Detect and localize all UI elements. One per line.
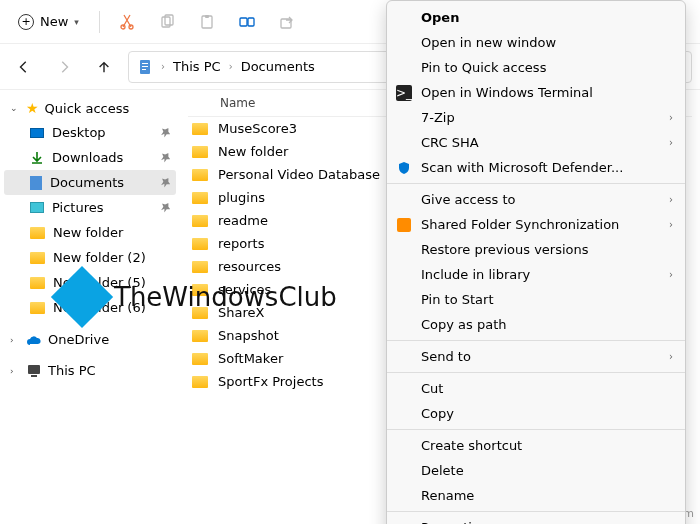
this-pc-header[interactable]: › This PC	[4, 359, 176, 382]
plus-icon: +	[18, 14, 34, 30]
sidebar-item-documents[interactable]: Documents	[4, 170, 176, 195]
this-pc-label: This PC	[48, 363, 96, 378]
folder-name: Snapshot	[218, 328, 279, 343]
context-menu-item-scan-with-microsoft-defender[interactable]: Scan with Microsoft Defender...	[387, 155, 685, 180]
sync-icon	[396, 217, 412, 233]
folder-name: Personal Video Database	[218, 167, 380, 182]
folder-name: readme	[218, 213, 268, 228]
context-menu-item-open-in-windows-terminal[interactable]: >_Open in Windows Terminal	[387, 80, 685, 105]
context-menu-item-label: Scan with Microsoft Defender...	[421, 160, 623, 175]
context-menu-item-crc-sha[interactable]: CRC SHA›	[387, 130, 685, 155]
context-menu-item-send-to[interactable]: Send to›	[387, 344, 685, 369]
context-menu-item-create-shortcut[interactable]: Create shortcut	[387, 433, 685, 458]
folder-name: SportFx Projects	[218, 374, 323, 389]
star-icon: ★	[26, 100, 39, 116]
sidebar-item-new-folder[interactable]: New folder	[4, 220, 176, 245]
context-menu-item-include-in-library[interactable]: Include in library›	[387, 262, 685, 287]
context-menu-item-cut[interactable]: Cut	[387, 376, 685, 401]
download-icon	[30, 151, 44, 165]
context-menu-item-7-zip[interactable]: 7-Zip›	[387, 105, 685, 130]
terminal-icon: >_	[396, 85, 412, 101]
sidebar-item-desktop[interactable]: Desktop	[4, 120, 176, 145]
context-menu-separator	[387, 511, 685, 512]
context-menu-item-copy[interactable]: Copy	[387, 401, 685, 426]
context-menu-separator	[387, 340, 685, 341]
chevron-icon: ›	[161, 61, 165, 72]
context-menu-item-shared-folder-synchronization[interactable]: Shared Folder Synchronization›	[387, 212, 685, 237]
context-menu-item-label: CRC SHA	[421, 135, 479, 150]
context-menu-item-label: Properties	[421, 520, 487, 524]
context-menu-item-label: Open	[421, 10, 459, 25]
svg-rect-5	[205, 15, 209, 18]
context-menu-item-pin-to-quick-access[interactable]: Pin to Quick access	[387, 55, 685, 80]
pc-icon	[26, 364, 42, 378]
sidebar-item-label: Desktop	[52, 125, 106, 140]
folder-icon	[30, 227, 45, 239]
context-menu-item-copy-as-path[interactable]: Copy as path	[387, 312, 685, 337]
svg-rect-12	[142, 69, 146, 70]
context-menu-item-open-in-new-window[interactable]: Open in new window	[387, 30, 685, 55]
context-menu-item-give-access-to[interactable]: Give access to›	[387, 187, 685, 212]
chevron-right-icon: ›	[10, 335, 20, 345]
pin-icon	[157, 124, 173, 141]
folder-name: services	[218, 282, 271, 297]
share-icon	[270, 5, 304, 39]
sidebar-item-label: New folder	[53, 225, 123, 240]
back-button[interactable]	[8, 51, 40, 83]
context-menu-item-label: Shared Folder Synchronization	[421, 217, 619, 232]
pin-icon	[157, 199, 173, 216]
context-menu-item-rename[interactable]: Rename	[387, 483, 685, 508]
folder-icon	[192, 307, 208, 319]
sidebar-item-new-folder-5-[interactable]: New folder (5)	[4, 270, 176, 295]
quick-access-header[interactable]: ⌄ ★ Quick access	[4, 96, 176, 120]
context-menu-item-pin-to-start[interactable]: Pin to Start	[387, 287, 685, 312]
folder-icon	[192, 330, 208, 342]
breadcrumb-segment[interactable]: This PC	[173, 59, 221, 74]
submenu-arrow-icon: ›	[669, 269, 673, 280]
context-menu-item-restore-previous-versions[interactable]: Restore previous versions	[387, 237, 685, 262]
sidebar-item-pictures[interactable]: Pictures	[4, 195, 176, 220]
context-menu-item-open[interactable]: Open	[387, 5, 685, 30]
context-menu-item-label: Restore previous versions	[421, 242, 589, 257]
folder-name: plugins	[218, 190, 265, 205]
cut-icon[interactable]	[110, 5, 144, 39]
folder-icon	[30, 277, 45, 289]
onedrive-header[interactable]: › OneDrive	[4, 328, 176, 351]
document-icon	[137, 59, 153, 75]
chevron-right-icon: ›	[10, 366, 20, 376]
pin-icon	[157, 174, 173, 191]
context-menu-item-label: Delete	[421, 463, 464, 478]
sidebar-item-label: Documents	[50, 175, 124, 190]
svg-rect-11	[142, 66, 148, 67]
submenu-arrow-icon: ›	[669, 194, 673, 205]
context-menu-item-label: Copy as path	[421, 317, 507, 332]
chevron-down-icon: ⌄	[10, 103, 20, 113]
sidebar-item-new-folder-6-[interactable]: New folder (6)	[4, 295, 176, 320]
context-menu-separator	[387, 429, 685, 430]
context-menu-item-delete[interactable]: Delete	[387, 458, 685, 483]
paste-icon	[190, 5, 224, 39]
shield-icon	[396, 160, 412, 176]
sidebar-item-new-folder-2-[interactable]: New folder (2)	[4, 245, 176, 270]
sidebar-item-downloads[interactable]: Downloads	[4, 145, 176, 170]
submenu-arrow-icon: ›	[669, 112, 673, 123]
context-menu-item-properties[interactable]: Properties	[387, 515, 685, 524]
pictures-icon	[30, 202, 44, 213]
folder-icon	[192, 169, 208, 181]
folder-icon	[192, 353, 208, 365]
svg-rect-7	[248, 18, 254, 26]
breadcrumb-segment[interactable]: Documents	[241, 59, 315, 74]
new-button[interactable]: + New ▾	[8, 10, 89, 34]
submenu-arrow-icon: ›	[669, 351, 673, 362]
rename-icon[interactable]	[230, 5, 264, 39]
context-menu-item-label: Pin to Quick access	[421, 60, 546, 75]
folder-icon	[192, 238, 208, 250]
up-button[interactable]	[88, 51, 120, 83]
folder-name: MuseScore3	[218, 121, 297, 136]
context-menu-item-label: Cut	[421, 381, 443, 396]
submenu-arrow-icon: ›	[669, 219, 673, 230]
context-menu-item-label: Send to	[421, 349, 471, 364]
sidebar-item-label: New folder (5)	[53, 275, 146, 290]
context-menu-item-label: 7-Zip	[421, 110, 455, 125]
forward-button	[48, 51, 80, 83]
